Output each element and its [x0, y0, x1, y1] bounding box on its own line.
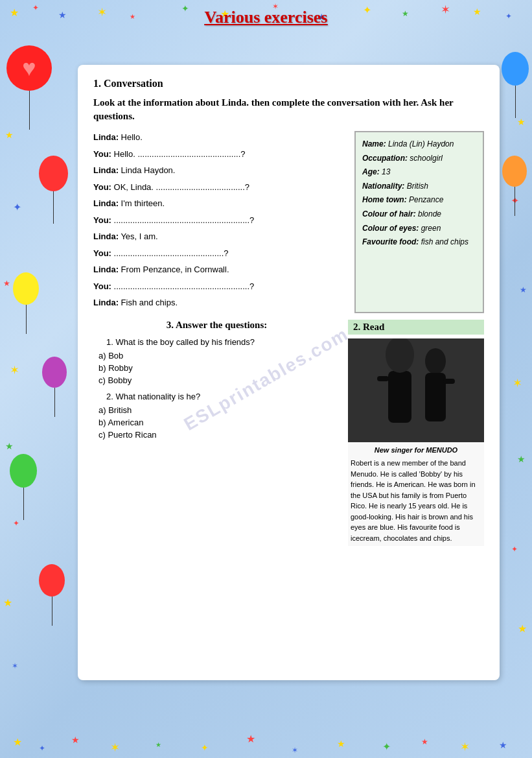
answer-2b: b) American [98, 418, 340, 427]
conv-line-8: You: ...................................… [93, 247, 347, 260]
page-background: ★ ✦ ★ ✶ ★ ✦ ★ ✶ ★ ✦ ★ ✶ ★ ✦ ★ ✦ ★ ✶ ★ ✦ … [0, 0, 532, 758]
section1-title: 1. Conversation [93, 78, 484, 89]
svg-rect-8 [348, 338, 484, 442]
section3-title: 3. Answer the questions: [93, 320, 340, 331]
answer-1b: b) Robby [98, 363, 340, 373]
heart-balloon: ♥ [6, 45, 52, 130]
info-occupation: Occupation: schoolgirl [362, 152, 476, 166]
orange-balloon [502, 156, 527, 216]
conv-line-11: Linda: Fish and chips. [93, 296, 347, 309]
green-balloon [10, 454, 37, 520]
read-subtitle: New singer for MENUDO [351, 445, 481, 456]
page-title: Various exercises [205, 8, 328, 27]
red-balloon-2 [39, 564, 65, 626]
conv-line-6: You: ...................................… [93, 214, 347, 227]
balloons-left: ♥ [0, 39, 75, 622]
answer-1c: c) Bobby [98, 375, 340, 385]
info-box: Name: Linda (Lin) Haydon Occupation: sch… [354, 131, 484, 313]
bottom-wrapper: 3. Answer the questions: 1. What is the … [93, 320, 484, 547]
purple-balloon [42, 357, 67, 417]
conversation-left: Linda: Hello. You: Hello. ..............… [93, 131, 347, 313]
answer-2a: a) British [98, 405, 340, 415]
conv-line-1: Linda: Hello. [93, 131, 347, 144]
conv-line-5: Linda: I'm thirteen. [93, 197, 347, 210]
conv-line-2: You: Hello. ............................… [93, 148, 347, 161]
answer-2c: c) Puerto Rican [98, 430, 340, 440]
red-balloon [39, 156, 68, 224]
questions-section: 3. Answer the questions: 1. What is the … [93, 320, 340, 547]
question-2-text: 2. What nationality is he? [93, 392, 340, 401]
info-age: Age: 13 [362, 165, 476, 180]
blue-balloon-right [502, 52, 529, 118]
info-eyes: Colour of eyes: green [362, 222, 476, 236]
conversation-wrapper: Linda: Hello. You: Hello. ..............… [93, 131, 484, 313]
answer-1a: a) Bob [98, 351, 340, 361]
info-hometown: Home town: Penzance [362, 193, 476, 207]
conv-line-3: Linda: Linda Haydon. [93, 164, 347, 177]
title-area: Various exercises [0, 0, 532, 32]
yellow-balloon [13, 272, 39, 334]
read-body-text: Robert is a new member of the band Menud… [351, 459, 476, 542]
info-nationality: Nationality: British [362, 180, 476, 194]
read-section: 2. Read [348, 320, 484, 547]
section2-title: 2. Read [348, 320, 484, 335]
read-image [348, 338, 484, 442]
intro-text: Look at the information about Linda. the… [93, 96, 484, 123]
question-1-text: 1. What is the boy called by his friends… [93, 337, 340, 347]
conv-line-7: Linda: Yes, I am. [93, 230, 347, 243]
conv-line-4: You: OK, Linda. ........................… [93, 181, 347, 194]
content-area: 1. Conversation Look at the information … [78, 65, 500, 680]
info-food: Favourite food: fish and chips [362, 235, 476, 250]
info-name: Name: Linda (Lin) Haydon [362, 137, 476, 152]
info-hair: Colour of hair: blonde [362, 207, 476, 222]
conv-line-9: Linda: From Penzance, in Cornwall. [93, 263, 347, 276]
balloons-right [496, 39, 532, 622]
conv-line-10: You: ...................................… [93, 280, 347, 293]
read-text-content: New singer for MENUDO Robert is a new me… [348, 442, 484, 547]
